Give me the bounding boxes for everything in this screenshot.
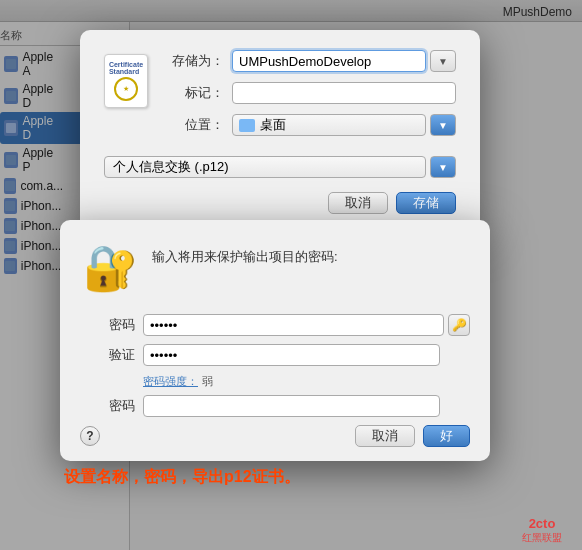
filename-row: 存储为： ▼ (164, 50, 456, 72)
lock-icon: 🔐 (83, 242, 138, 294)
tag-label: 标记： (164, 84, 224, 102)
password-label: 密码 (80, 316, 135, 334)
location-dropdown[interactable]: ▼ (430, 114, 456, 136)
password-input[interactable] (143, 314, 444, 336)
watermark: 2cto 红黑联盟 (502, 510, 582, 550)
location-button[interactable]: 桌面 (232, 114, 426, 136)
extra-input[interactable] (143, 395, 440, 417)
strength-link[interactable]: 密码强度： (143, 374, 198, 389)
annotation-text: 设置名称，密码，导出p12证书。 (64, 467, 300, 488)
tag-row: 标记： (164, 82, 456, 104)
filename-dropdown[interactable]: ▼ (430, 50, 456, 72)
format-row: 个人信息交换 (.p12) ▼ (104, 156, 456, 178)
save-dialog-buttons: 取消 存储 (104, 192, 456, 214)
location-dropdown-arrow: ▼ (438, 120, 448, 131)
extra-pwd-row: 密码 (80, 395, 470, 417)
cert-seal: ★ (114, 77, 138, 101)
verify-input[interactable] (143, 344, 440, 366)
filename-input[interactable] (232, 50, 426, 72)
dropdown-arrow: ▼ (438, 56, 448, 67)
certificate-icon: CertificateStandard ★ (104, 54, 148, 108)
format-dropdown-arrow: ▼ (438, 162, 448, 173)
location-label: 位置： (164, 116, 224, 134)
cert-label: CertificateStandard (109, 61, 143, 75)
pwd-title-text: 输入将用来保护输出项目的密码: (152, 238, 338, 266)
location-value: 桌面 (260, 116, 286, 134)
pwd-header: 🔐 输入将用来保护输出项目的密码: (80, 238, 470, 298)
password-dialog: 🔐 输入将用来保护输出项目的密码: 密码 🔑 验证 密码强度： 弱 密码 ? 取… (60, 220, 490, 461)
save-cancel-button[interactable]: 取消 (328, 192, 388, 214)
folder-icon (239, 119, 255, 132)
save-button[interactable]: 存储 (396, 192, 456, 214)
verify-row: 验证 (80, 344, 470, 366)
tag-input[interactable] (232, 82, 456, 104)
password-row: 密码 🔑 (80, 314, 470, 336)
key-icon: 🔑 (452, 318, 467, 332)
pwd-cancel-button[interactable]: 取消 (355, 425, 415, 447)
extra-pwd-label: 密码 (80, 397, 135, 415)
pwd-action-buttons: 取消 好 (355, 425, 470, 447)
format-dropdown[interactable]: ▼ (430, 156, 456, 178)
pwd-ok-button[interactable]: 好 (423, 425, 470, 447)
lock-icon-wrap: 🔐 (80, 238, 140, 298)
save-dialog: CertificateStandard ★ 存储为： ▼ 标记： 位置： (80, 30, 480, 230)
watermark-logo: 2cto (522, 516, 562, 531)
format-value: 个人信息交换 (.p12) (113, 158, 229, 176)
password-eye-button[interactable]: 🔑 (448, 314, 470, 336)
location-row: 位置： 桌面 ▼ (164, 114, 456, 136)
format-select[interactable]: 个人信息交换 (.p12) (104, 156, 426, 178)
watermark-sub: 红黑联盟 (522, 531, 562, 545)
strength-value: 弱 (202, 374, 213, 389)
pwd-bottom-bar: ? 取消 好 (80, 425, 470, 447)
filename-label: 存储为： (164, 52, 224, 70)
strength-row: 密码强度： 弱 (80, 374, 470, 389)
help-button[interactable]: ? (80, 426, 100, 446)
verify-label: 验证 (80, 346, 135, 364)
